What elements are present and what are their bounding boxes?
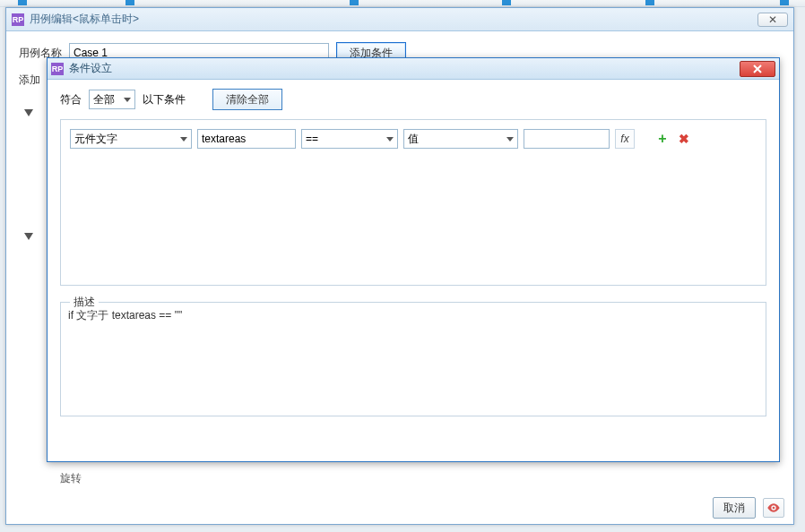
match-label: 符合 bbox=[60, 92, 82, 107]
case-editor-titlebar[interactable]: RP 用例编辑<鼠标单击时> ✕ bbox=[6, 8, 793, 31]
rp-app-icon: RP bbox=[12, 13, 24, 26]
condition-operator-select[interactable]: == bbox=[301, 129, 398, 149]
conditions-panel: 元件文字 textareas == 值 bbox=[60, 119, 766, 286]
expand-caret-icon[interactable] bbox=[24, 233, 33, 240]
clear-all-button[interactable]: 清除全部 bbox=[212, 89, 282, 110]
case-editor-title: 用例编辑<鼠标单击时> bbox=[30, 12, 139, 27]
match-suffix-label: 以下条件 bbox=[143, 92, 186, 107]
condition-builder-dialog: RP 条件设立 符合 全部 以下条件 清除全部 元件文字 bbox=[47, 57, 780, 462]
condition-row: 元件文字 textareas == 值 bbox=[70, 129, 757, 149]
description-textarea[interactable] bbox=[61, 303, 766, 416]
condition-operator-value: == bbox=[306, 133, 381, 145]
chevron-down-icon bbox=[124, 98, 131, 102]
add-actions-label: 添加 bbox=[19, 73, 40, 86]
condition-dialog-titlebar[interactable]: RP 条件设立 bbox=[48, 58, 779, 80]
condition-value-type-value: 值 bbox=[408, 132, 501, 147]
expand-caret-icon[interactable] bbox=[24, 109, 33, 116]
close-button[interactable]: ✕ bbox=[757, 13, 788, 27]
condition-value-type-select[interactable]: 值 bbox=[403, 129, 518, 149]
condition-target-dropdown[interactable] bbox=[280, 129, 296, 149]
chevron-down-icon bbox=[386, 137, 394, 142]
match-mode-select[interactable]: 全部 bbox=[89, 90, 135, 109]
condition-type-value: 元件文字 bbox=[74, 132, 175, 147]
case-editor-footer: 取消 bbox=[713, 497, 784, 519]
description-panel: 描述 bbox=[60, 302, 766, 416]
tree-expand-column bbox=[19, 88, 33, 240]
add-row-icon[interactable]: + bbox=[654, 131, 671, 147]
close-button[interactable] bbox=[740, 61, 775, 77]
match-mode-value: 全部 bbox=[93, 92, 118, 107]
match-mode-row: 符合 全部 以下条件 清除全部 bbox=[60, 89, 766, 110]
condition-value-input[interactable] bbox=[524, 129, 610, 149]
delete-row-icon[interactable]: ✖ bbox=[676, 131, 692, 147]
preview-icon[interactable] bbox=[763, 498, 784, 518]
chevron-down-icon bbox=[506, 137, 514, 142]
rp-app-icon: RP bbox=[51, 63, 64, 75]
condition-type-select[interactable]: 元件文字 bbox=[70, 129, 192, 149]
cancel-button[interactable]: 取消 bbox=[713, 497, 756, 519]
svg-point-0 bbox=[773, 507, 775, 510]
bottom-stub-label: 旋转 bbox=[60, 471, 82, 486]
chevron-down-icon bbox=[180, 137, 187, 142]
condition-dialog-title: 条件设立 bbox=[69, 61, 112, 76]
fx-button[interactable]: fx bbox=[615, 129, 635, 149]
background-toolbar-strip bbox=[0, 0, 805, 7]
condition-target-value: textareas bbox=[202, 133, 276, 145]
description-legend: 描述 bbox=[70, 295, 99, 310]
condition-target-field[interactable]: textareas bbox=[197, 129, 280, 149]
